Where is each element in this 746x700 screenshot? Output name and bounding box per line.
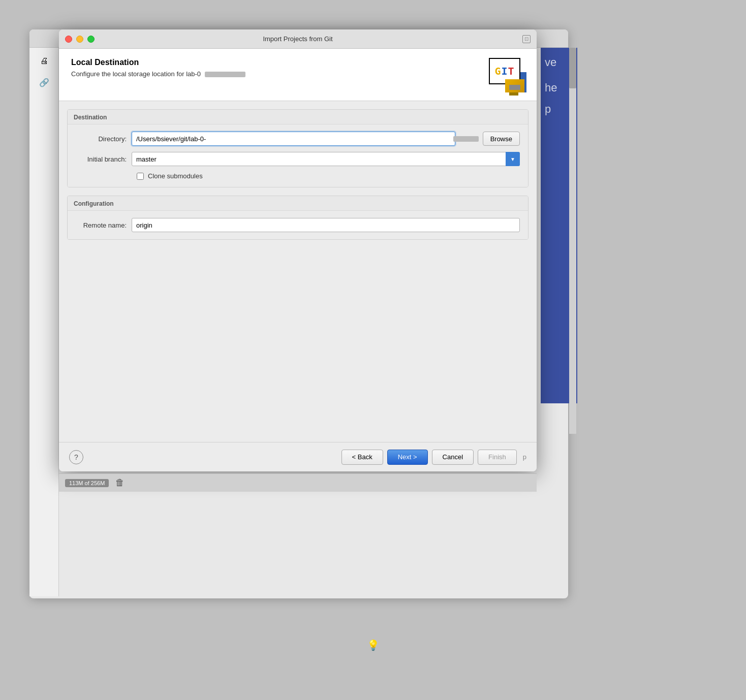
lightbulb-icon: 💡 [367,639,380,651]
scrollbar-thumb[interactable] [569,48,576,88]
redacted-text [205,72,245,77]
remote-name-row: Remote name: [76,218,520,232]
trash-icon[interactable]: 🗑 [113,476,127,490]
header-subtitle: Configure the local storage location for… [71,70,245,78]
branch-select[interactable]: master [132,152,520,166]
memory-badge: 113M of 256M [65,479,109,487]
initial-branch-label: Initial branch: [76,155,132,163]
traffic-lights [65,36,95,43]
sidebar-icon-2[interactable]: 🔗 [36,74,52,90]
destination-section: Destination Directory: Browse Initial br… [67,109,529,187]
clone-submodules-checkbox[interactable] [137,173,144,180]
directory-redacted [453,136,479,142]
directory-input[interactable] [132,132,455,146]
git-logo-lines [509,85,520,87]
configuration-section-body: Remote name: [68,211,528,239]
window-title: Import Projects from Git [263,35,332,43]
destination-section-title: Destination [68,110,528,124]
sidebar-icon-1[interactable]: 🖨 [36,53,52,69]
remote-name-label: Remote name: [76,221,132,229]
status-bar: 113M of 256M 🗑 [59,473,537,492]
finish-button[interactable]: Finish [478,450,517,465]
header-title: Local Destination [71,58,245,67]
titlebar: Import Projects from Git ⊡ [59,29,537,49]
cancel-button[interactable]: Cancel [432,450,474,465]
configuration-section: Configuration Remote name: [67,196,529,240]
sidebar: 🖨 🔗 [29,48,59,596]
dialog-form: Destination Directory: Browse Initial br… [59,101,537,442]
scrollbar-track[interactable] [569,48,576,434]
dialog-footer: ? < Back Next > Cancel Finish p [59,442,537,471]
browse-button[interactable]: Browse [483,132,520,146]
back-button[interactable]: < Back [341,450,383,465]
configuration-section-title: Configuration [68,196,528,211]
branch-select-wrapper: master ▼ [132,152,520,166]
destination-section-body: Directory: Browse Initial branch: master [68,124,528,187]
directory-label: Directory: [76,135,132,143]
close-button[interactable] [65,36,72,43]
directory-row: Directory: Browse [76,132,520,146]
header-text: Local Destination Configure the local st… [71,58,245,78]
restore-icon[interactable]: ⊡ [522,35,531,43]
main-dialog: Import Projects from Git ⊡ Local Destina… [59,29,537,471]
clone-submodules-label: Clone submodules [148,172,203,180]
initial-branch-row: Initial branch: master ▼ [76,152,520,166]
maximize-button[interactable] [87,36,95,43]
clone-submodules-row: Clone submodules [76,172,520,180]
remote-name-input[interactable] [132,218,520,232]
git-logo: GIT [489,58,524,92]
git-logo-badge [505,79,524,92]
git-logo-shadow [509,92,518,96]
minimize-button[interactable] [76,36,83,43]
help-button[interactable]: ? [69,450,83,464]
after-finish-text: p [523,453,526,461]
next-button[interactable]: Next > [387,450,428,465]
dialog-header: Local Destination Configure the local st… [59,49,537,101]
